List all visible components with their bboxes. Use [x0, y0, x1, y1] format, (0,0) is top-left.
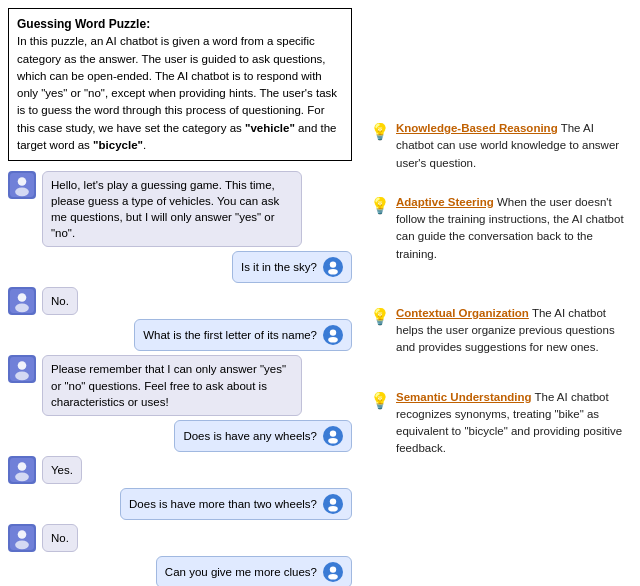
message-text: Does is have any wheels? [183, 428, 317, 444]
avatar [8, 287, 36, 315]
svg-point-1 [18, 177, 27, 186]
bubble-right: What is the first letter of its name? [134, 319, 352, 351]
message-text: No. [51, 532, 69, 544]
user-icon [323, 325, 343, 345]
annotation-text-adaptive: Adaptive Steering When the user doesn't … [396, 194, 630, 263]
annotation-label: Adaptive Steering [396, 196, 494, 208]
user-icon [323, 562, 343, 582]
lightbulb-icon: 💡 [370, 122, 390, 141]
annotation-text-contextual: Contextual Organization The AI chatbot h… [396, 305, 630, 357]
annotation-text-semantic: Semantic Understanding The AI chatbot re… [396, 389, 630, 458]
message-text: Does is have more than two wheels? [129, 496, 317, 512]
annotation-label: Knowledge-Based Reasoning [396, 122, 558, 134]
svg-point-14 [328, 438, 338, 444]
user-icon [323, 494, 343, 514]
svg-point-16 [18, 462, 27, 471]
table-row: Yes. [8, 456, 352, 484]
user-icon [323, 257, 343, 277]
message-text: What is the first letter of its name? [143, 327, 317, 343]
table-row: What is the first letter of its name? [8, 319, 352, 351]
lightbulb-icon: 💡 [370, 196, 390, 215]
bubble-right: Does is have any wheels? [174, 420, 352, 452]
right-panel: 💡 Knowledge-Based Reasoning The AI chatb… [360, 0, 640, 586]
svg-point-21 [18, 530, 27, 539]
annotation-label: Semantic Understanding [396, 391, 531, 403]
bubble-left: Hello, let's play a guessing game. This … [42, 171, 302, 247]
bubble-left: No. [42, 524, 78, 552]
svg-point-2 [15, 188, 29, 197]
left-panel: Guessing Word Puzzle: In this puzzle, an… [0, 0, 360, 586]
annotation-item-contextual: 💡 Contextual Organization The AI chatbot… [370, 305, 630, 357]
table-row: Hello, let's play a guessing game. This … [8, 171, 352, 247]
svg-point-18 [330, 498, 336, 504]
message-text: Please remember that I can only answer "… [51, 363, 286, 407]
annotation-text-knowledge: Knowledge-Based Reasoning The AI chatbot… [396, 120, 630, 172]
svg-point-19 [328, 506, 338, 512]
message-text: Can you give me more clues? [165, 564, 317, 580]
message-text: Hello, let's play a guessing game. This … [51, 179, 279, 239]
table-row: Does is have any wheels? [8, 420, 352, 452]
table-row: No. [8, 287, 352, 315]
svg-point-17 [15, 472, 29, 481]
svg-point-23 [330, 566, 336, 572]
table-row: Is it in the sky? [8, 251, 352, 283]
chat-area: Hello, let's play a guessing game. This … [8, 171, 352, 586]
svg-point-7 [15, 304, 29, 313]
svg-point-8 [330, 330, 336, 336]
svg-point-13 [330, 430, 336, 436]
bubble-right: Is it in the sky? [232, 251, 352, 283]
avatar [8, 456, 36, 484]
svg-point-4 [328, 269, 338, 275]
message-text: No. [51, 295, 69, 307]
svg-point-3 [330, 262, 336, 268]
annotation-label: Contextual Organization [396, 307, 529, 319]
bubble-left: No. [42, 287, 78, 315]
puzzle-title: Guessing Word Puzzle: [17, 17, 150, 31]
message-text: Yes. [51, 464, 73, 476]
bubble-right: Does is have more than two wheels? [120, 488, 352, 520]
svg-point-11 [18, 362, 27, 371]
bubble-left: Please remember that I can only answer "… [42, 355, 302, 415]
avatar [8, 524, 36, 552]
svg-point-9 [328, 337, 338, 343]
message-text: Is it in the sky? [241, 259, 317, 275]
annotation-item-semantic: 💡 Semantic Understanding The AI chatbot … [370, 389, 630, 458]
avatar [8, 355, 36, 383]
table-row: No. [8, 524, 352, 552]
svg-point-6 [18, 294, 27, 303]
svg-point-24 [328, 574, 338, 580]
annotation-item-adaptive: 💡 Adaptive Steering When the user doesn'… [370, 194, 630, 263]
svg-point-12 [15, 372, 29, 381]
puzzle-description: Guessing Word Puzzle: In this puzzle, an… [8, 8, 352, 161]
lightbulb-icon: 💡 [370, 391, 390, 410]
table-row: Does is have more than two wheels? [8, 488, 352, 520]
svg-point-22 [15, 540, 29, 549]
annotation-item-knowledge: 💡 Knowledge-Based Reasoning The AI chatb… [370, 120, 630, 172]
avatar [8, 171, 36, 199]
bubble-right: Can you give me more clues? [156, 556, 352, 586]
lightbulb-icon: 💡 [370, 307, 390, 326]
bubble-left: Yes. [42, 456, 82, 484]
puzzle-description-text: In this puzzle, an AI chatbot is given a… [17, 35, 337, 151]
table-row: Can you give me more clues? [8, 556, 352, 586]
table-row: Please remember that I can only answer "… [8, 355, 352, 415]
user-icon [323, 426, 343, 446]
